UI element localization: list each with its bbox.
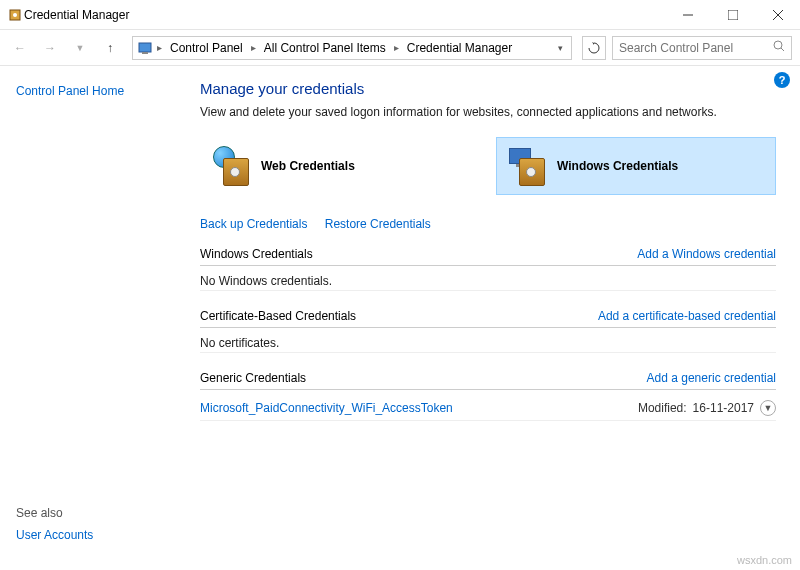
restore-credentials-link[interactable]: Restore Credentials: [325, 217, 431, 231]
svg-point-8: [774, 41, 782, 49]
section-title: Certificate-Based Credentials: [200, 309, 356, 323]
svg-line-9: [781, 48, 784, 51]
credential-type-selector: Web Credentials Windows Credentials: [200, 137, 776, 195]
control-panel-icon: [137, 40, 153, 56]
control-panel-home-link[interactable]: Control Panel Home: [16, 84, 184, 98]
add-generic-credential-link[interactable]: Add a generic credential: [647, 371, 776, 385]
window-title: Credential Manager: [24, 8, 665, 22]
breadcrumb-item[interactable]: All Control Panel Items: [260, 41, 390, 55]
certificate-credentials-section: Certificate-Based Credentials Add a cert…: [200, 309, 776, 353]
breadcrumb-item[interactable]: Credential Manager: [403, 41, 516, 55]
search-box[interactable]: [612, 36, 792, 60]
back-button[interactable]: ←: [8, 36, 32, 60]
web-credentials-icon: [211, 146, 251, 186]
main-content: ? Manage your credentials View and delet…: [200, 66, 800, 570]
svg-rect-3: [728, 10, 738, 20]
windows-credentials-tab[interactable]: Windows Credentials: [496, 137, 776, 195]
svg-point-1: [13, 13, 17, 17]
search-icon[interactable]: [773, 40, 785, 55]
search-input[interactable]: [619, 41, 773, 55]
svg-rect-7: [142, 52, 148, 54]
page-title: Manage your credentials: [200, 80, 776, 97]
add-windows-credential-link[interactable]: Add a Windows credential: [637, 247, 776, 261]
watermark: wsxdn.com: [737, 554, 792, 566]
body-area: Control Panel Home See also User Account…: [0, 66, 800, 570]
credential-item-row[interactable]: Microsoft_PaidConnectivity_WiFi_AccessTo…: [200, 396, 776, 421]
page-subtitle: View and delete your saved logon informa…: [200, 105, 776, 119]
close-button[interactable]: [755, 0, 800, 30]
section-empty-text: No certificates.: [200, 334, 776, 353]
windows-credentials-icon: [507, 146, 547, 186]
app-icon: [8, 7, 24, 23]
sidebar: Control Panel Home See also User Account…: [0, 66, 200, 570]
up-button[interactable]: ↑: [98, 36, 122, 60]
user-accounts-link[interactable]: User Accounts: [16, 528, 93, 542]
credential-item-name: Microsoft_PaidConnectivity_WiFi_AccessTo…: [200, 401, 453, 415]
add-certificate-credential-link[interactable]: Add a certificate-based credential: [598, 309, 776, 323]
svg-rect-6: [139, 43, 151, 52]
web-credentials-label: Web Credentials: [261, 159, 355, 173]
see-also-label: See also: [16, 506, 93, 520]
section-empty-text: No Windows credentials.: [200, 272, 776, 291]
backup-credentials-link[interactable]: Back up Credentials: [200, 217, 307, 231]
web-credentials-tab[interactable]: Web Credentials: [200, 137, 480, 195]
recent-dropdown[interactable]: ▼: [68, 36, 92, 60]
expand-icon[interactable]: ▼: [760, 400, 776, 416]
credential-actions: Back up Credentials Restore Credentials: [200, 217, 776, 231]
section-title: Windows Credentials: [200, 247, 313, 261]
windows-credentials-section: Windows Credentials Add a Windows creden…: [200, 247, 776, 291]
titlebar: Credential Manager: [0, 0, 800, 30]
section-title: Generic Credentials: [200, 371, 306, 385]
modified-label: Modified:: [638, 401, 687, 415]
breadcrumb-item[interactable]: Control Panel: [166, 41, 247, 55]
breadcrumb-dropdown[interactable]: ▾: [554, 43, 567, 53]
generic-credentials-section: Generic Credentials Add a generic creden…: [200, 371, 776, 421]
breadcrumb[interactable]: ▸ Control Panel ▸ All Control Panel Item…: [132, 36, 572, 60]
maximize-button[interactable]: [710, 0, 755, 30]
chevron-right-icon[interactable]: ▸: [249, 42, 258, 53]
minimize-button[interactable]: [665, 0, 710, 30]
chevron-right-icon[interactable]: ▸: [155, 42, 164, 53]
windows-credentials-label: Windows Credentials: [557, 159, 678, 173]
help-icon[interactable]: ?: [774, 72, 790, 88]
refresh-button[interactable]: [582, 36, 606, 60]
navbar: ← → ▼ ↑ ▸ Control Panel ▸ All Control Pa…: [0, 30, 800, 66]
modified-date: 16-11-2017: [693, 401, 754, 415]
forward-button[interactable]: →: [38, 36, 62, 60]
chevron-right-icon[interactable]: ▸: [392, 42, 401, 53]
